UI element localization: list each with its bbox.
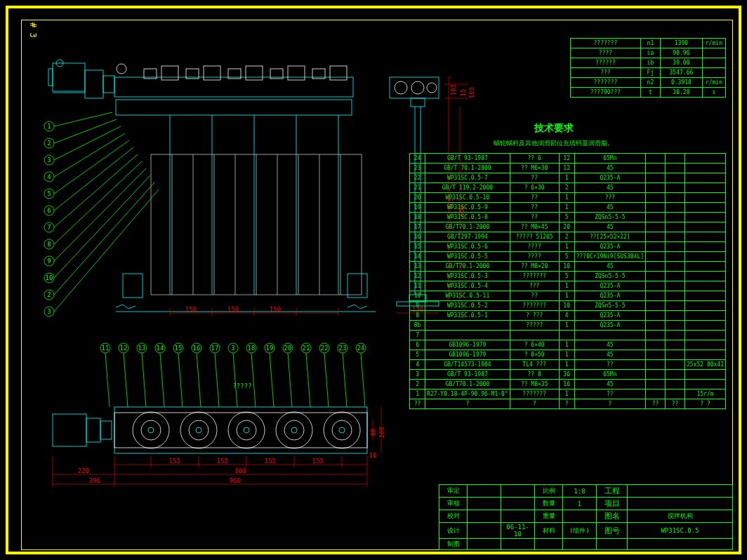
svg-text:12: 12 [120,345,128,352]
svg-line-120 [54,126,121,160]
bom-row: 6GB1096-1979? 6×40145 [410,340,726,350]
svg-rect-12 [204,66,220,80]
param-label: ???? [570,48,640,58]
param-sym: Fj [640,68,660,78]
svg-line-162 [178,353,183,407]
svg-line-126 [54,140,129,194]
bom-row: 18WP31SC.0.5-8??5ZQSn5-5-5 [410,213,726,222]
bom-row: 9WP31SC.0.5-2???????10ZQSn5-5-5 [410,301,726,311]
svg-text:155: 155 [169,458,180,465]
svg-text:19: 19 [266,345,274,352]
svg-text:5: 5 [47,190,51,197]
svg-line-177 [270,353,274,407]
svg-line-144 [54,182,154,295]
svg-text:2: 2 [47,291,51,298]
bom-row: 3GB/T 93-1987?? 83665Mn [410,370,726,380]
svg-point-78 [276,412,312,448]
svg-line-147 [54,189,159,312]
bom-row: 22WP31SC.0.5-7??1Q235-A [410,173,726,183]
svg-text:960: 960 [230,477,241,484]
svg-point-74 [180,412,217,448]
bom-row: 8WP31SC.0.5-1? ???4Q235-A [410,311,726,321]
svg-line-189 [343,353,347,407]
bom-row: 12WP31SC.0.5-3???????5ZQSn5-5-5 [410,272,726,281]
svg-point-86 [339,427,345,433]
svg-text:3: 3 [47,308,51,315]
svg-rect-70 [114,407,367,453]
svg-line-138 [54,168,146,261]
bom-row: 1R27-Y0.18-4P-90.96-M1-0°???????1??15r/m [410,389,726,399]
svg-text:150: 150 [270,306,281,313]
svg-line-135 [54,161,142,244]
svg-point-75 [189,420,209,440]
svg-text:396: 396 [89,477,100,484]
svg-point-49 [427,83,437,93]
svg-rect-69 [100,421,112,439]
param-unit: r/min [702,78,725,88]
svg-point-84 [244,427,249,433]
svg-text:14: 14 [157,345,164,352]
param-unit [702,68,725,78]
svg-text:165: 165 [468,87,475,98]
svg-rect-6 [114,77,353,97]
svg-text:6: 6 [47,207,51,214]
svg-text:800: 800 [235,467,246,474]
svg-rect-16 [288,66,305,80]
svg-point-47 [395,81,407,94]
svg-point-82 [148,427,154,433]
svg-rect-46 [390,77,439,98]
param-label: ?????? [570,58,640,68]
svg-text:23: 23 [339,345,347,352]
svg-text:16: 16 [193,345,201,352]
param-label: ???790??? [570,88,640,98]
param-sym: t [640,88,660,98]
svg-point-48 [411,81,424,94]
svg-text:10: 10 [369,452,377,459]
svg-text:260: 260 [378,427,385,438]
bom-row: 14WP31SC.0.5-5????5???0Cr19Ni9[SUS304L] [410,252,726,262]
svg-line-129 [54,147,133,211]
svg-text:155: 155 [265,458,276,465]
svg-rect-35 [348,274,367,298]
svg-text:155: 155 [312,458,324,465]
svg-text:3: 3 [47,156,51,164]
parameter-table: ???????n11390r/min????ia90.96??????ib39.… [570,38,726,98]
svg-text:22: 22 [321,345,329,352]
param-unit [702,48,725,58]
svg-rect-5 [103,76,114,93]
param-label: ??????? [570,78,640,88]
param-unit: r/min [702,39,725,48]
svg-line-174 [251,353,256,407]
bom-row: 2GB/T70.1-2000?? M8×351645 [410,380,726,389]
bom-row: 10WP31SC.0.5-11??1Q235-A [410,291,726,301]
svg-text:7: 7 [47,224,51,231]
param-val: 3547.66 [660,68,702,78]
svg-rect-50 [411,98,425,107]
param-sym: n1 [640,39,660,48]
svg-text:155: 155 [217,458,228,465]
svg-point-77 [237,420,256,440]
svg-line-180 [288,353,292,407]
bom-row: 8b?????1Q235-A [410,321,726,331]
param-sym: n2 [640,78,660,88]
svg-point-72 [133,412,169,448]
svg-line-132 [54,154,138,227]
svg-line-186 [324,353,329,407]
param-unit [702,58,725,68]
svg-line-123 [54,133,125,177]
svg-rect-67 [53,414,86,446]
bom-row: 21GB/T 119.2-2000? 6×30245 [410,183,726,193]
svg-point-8 [117,64,126,74]
bom-row: 23GB/T 70.1-2000?? M6×301245 [410,164,726,173]
bom-row: 11WP31SC.0.5-4???1Q235-A [410,281,726,291]
svg-line-153 [124,353,128,407]
svg-text:21: 21 [303,345,310,352]
param-sym: ib [640,58,660,68]
param-val: 90.96 [660,48,702,58]
svg-rect-71 [114,413,367,448]
bom-row: 13GB/T70.1-2000?? M8×201045 [410,262,726,272]
svg-text:20: 20 [284,345,292,352]
svg-rect-18 [330,66,347,80]
svg-line-117 [54,119,117,143]
svg-rect-1 [48,69,53,86]
